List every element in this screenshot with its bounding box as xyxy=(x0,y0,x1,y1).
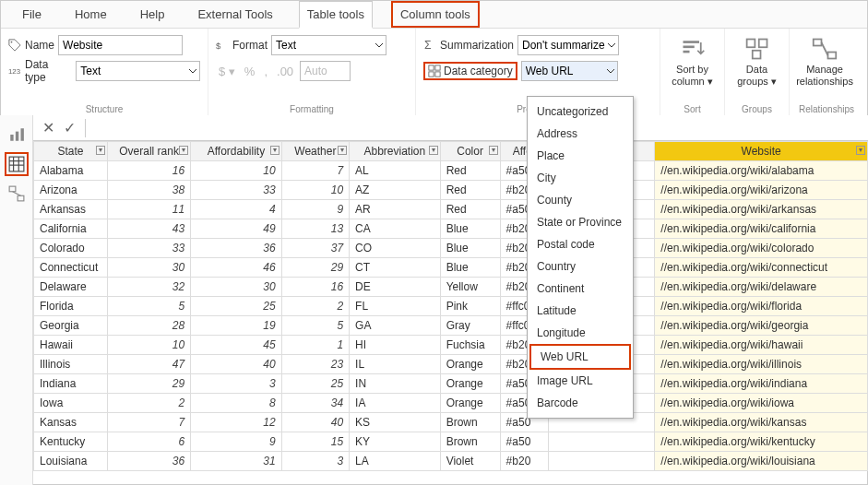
currency-button[interactable]: $ ▾ xyxy=(216,65,238,78)
data-category-dropdown[interactable]: UncategorizedAddressPlaceCityCountyState… xyxy=(527,96,634,419)
report-view-button[interactable] xyxy=(5,123,29,147)
table-row[interactable]: Arkansas1149ARRed#a50//en.wikipedia.org/… xyxy=(34,200,868,219)
filter-icon[interactable]: ▾ xyxy=(179,146,188,155)
dropdown-item[interactable]: Uncategorized xyxy=(528,101,633,123)
table-row[interactable]: Illinois474023ILOrange#b20//en.wikipedia… xyxy=(34,355,868,374)
commit-formula-button[interactable]: ✓ xyxy=(64,119,76,136)
table-row[interactable]: Georgia28195GAGray#ffc0//en.wikipedia.or… xyxy=(34,316,868,336)
filter-icon[interactable]: ▾ xyxy=(338,146,347,155)
data-view-button[interactable] xyxy=(5,152,29,176)
name-input[interactable] xyxy=(58,35,183,55)
table-row[interactable]: Delaware323016DEYellow#b20//en.wikipedia… xyxy=(34,278,868,297)
decimal-button[interactable]: .00 xyxy=(274,65,296,78)
format-icon: $ xyxy=(216,39,229,52)
svg-rect-14 xyxy=(814,40,822,46)
svg-rect-11 xyxy=(746,40,755,48)
column-header[interactable]: State▾ xyxy=(34,142,108,161)
datatype-select[interactable]: Text xyxy=(76,61,200,81)
cell: Brown xyxy=(440,432,500,452)
table-row[interactable]: Indiana29325INOrange#a50//en.wikipedia.o… xyxy=(34,374,868,394)
column-header[interactable]: Affordability▾ xyxy=(191,142,282,161)
column-header[interactable]: Weather▾ xyxy=(281,142,349,161)
percent-button[interactable]: % xyxy=(242,65,258,78)
cell: 9 xyxy=(191,432,282,452)
dropdown-item[interactable]: Image URL xyxy=(528,370,633,392)
table-row[interactable]: Colorado333637COBlue#b20//en.wikipedia.o… xyxy=(34,239,868,258)
table-row[interactable]: Iowa2834IAOrange#a50//en.wikipedia.org/w… xyxy=(34,394,868,413)
filter-icon[interactable]: ▾ xyxy=(429,146,438,155)
dropdown-item[interactable]: Postal code xyxy=(528,233,633,255)
table-row[interactable]: Kansas71240KSBrown#a50//en.wikipedia.org… xyxy=(34,413,868,432)
cell: AR xyxy=(350,200,441,219)
cell: //en.wikipedia.org/wiki/california xyxy=(655,219,868,239)
cell: 43 xyxy=(108,219,191,239)
cell: 9 xyxy=(281,200,349,219)
dropdown-item[interactable]: Longitude xyxy=(528,322,633,344)
cell: //en.wikipedia.org/wiki/arizona xyxy=(655,181,868,200)
filter-icon[interactable]: ▾ xyxy=(856,146,865,155)
cell: 36 xyxy=(191,239,282,258)
cell xyxy=(549,432,655,452)
sort-icon xyxy=(680,36,706,62)
filter-icon[interactable]: ▾ xyxy=(489,146,498,155)
summarization-select[interactable]: Don't summarize xyxy=(517,35,619,55)
cell: KY xyxy=(350,432,441,452)
tab-help[interactable]: Help xyxy=(133,1,172,28)
cell: Gray xyxy=(440,316,500,336)
dropdown-item[interactable]: Address xyxy=(528,123,633,145)
data-grid[interactable]: State▾Overall rank▾Affordability▾Weather… xyxy=(33,141,868,485)
cell: 3 xyxy=(191,374,282,394)
cell: //en.wikipedia.org/wiki/kentucky xyxy=(655,432,868,452)
dropdown-item[interactable]: State or Province xyxy=(528,211,633,233)
data-category-select[interactable]: Web URL xyxy=(521,61,618,81)
dropdown-item[interactable]: Place xyxy=(528,145,633,167)
cell: 12 xyxy=(191,413,282,432)
tab-table-tools[interactable]: Table tools xyxy=(299,1,373,29)
formula-input[interactable] xyxy=(85,119,868,137)
format-select[interactable]: Text xyxy=(271,35,386,55)
table-row[interactable]: Kentucky6915KYBrown#a50//en.wikipedia.or… xyxy=(34,432,868,452)
cell: Georgia xyxy=(34,316,108,336)
sort-by-column-button[interactable]: Sort bycolumn ▾ xyxy=(668,36,717,88)
column-header[interactable]: Overall rank▾ xyxy=(108,142,191,161)
column-header[interactable]: Website▾ xyxy=(655,142,868,161)
table-row[interactable]: Louisiana36313LAViolet#b20//en.wikipedia… xyxy=(34,452,868,471)
data-groups-button[interactable]: Datagroups ▾ xyxy=(732,36,781,88)
svg-rect-25 xyxy=(18,195,24,201)
cell: 4 xyxy=(191,200,282,219)
filter-icon[interactable]: ▾ xyxy=(96,146,105,155)
comma-button[interactable]: , xyxy=(261,65,270,78)
cell: 6 xyxy=(108,432,191,452)
tab-home[interactable]: Home xyxy=(67,1,114,28)
cell: 16 xyxy=(281,278,349,297)
dropdown-item[interactable]: Continent xyxy=(528,278,633,300)
table-row[interactable]: California434913CABlue#b20//en.wikipedia… xyxy=(34,219,868,239)
tab-external-tools[interactable]: External Tools xyxy=(190,1,279,28)
tab-file[interactable]: File xyxy=(15,1,49,28)
cell: Pink xyxy=(440,297,500,316)
dropdown-item[interactable]: County xyxy=(528,189,633,211)
cancel-formula-button[interactable]: ✕ xyxy=(42,119,54,136)
dropdown-item[interactable]: Web URL xyxy=(529,344,631,370)
cell: //en.wikipedia.org/wiki/illinois xyxy=(655,355,868,374)
cell: CO xyxy=(350,239,441,258)
group-structure: Name 123 Data type Text Structure xyxy=(1,29,208,115)
table-row[interactable]: Hawaii10451HIFuchsia#b20//en.wikipedia.o… xyxy=(34,336,868,355)
model-view-button[interactable] xyxy=(5,182,29,206)
tab-column-tools[interactable]: Column tools xyxy=(391,1,480,28)
cell: //en.wikipedia.org/wiki/iowa xyxy=(655,394,868,413)
table-row[interactable]: Connecticut304629CTBlue#b20//en.wikipedi… xyxy=(34,258,868,278)
table-row[interactable]: Arizona383310AZRed#b20//en.wikipedia.org… xyxy=(34,181,868,200)
dropdown-item[interactable]: Barcode xyxy=(528,392,633,414)
filter-icon[interactable]: ▾ xyxy=(270,146,279,155)
table-row[interactable]: Florida5252FLPink#ffc0//en.wikipedia.org… xyxy=(34,297,868,316)
dropdown-item[interactable]: Latitude xyxy=(528,300,633,322)
dropdown-item[interactable]: Country xyxy=(528,255,633,278)
manage-relationships-button[interactable]: Managerelationships xyxy=(797,36,852,88)
column-header[interactable]: Abbreviation▾ xyxy=(350,142,441,161)
column-header[interactable]: Color▾ xyxy=(440,142,500,161)
table-row[interactable]: Alabama16107ALRed#a50//en.wikipedia.org/… xyxy=(34,161,868,181)
svg-rect-8 xyxy=(683,41,699,43)
group-label-structure: Structure xyxy=(8,102,200,114)
dropdown-item[interactable]: City xyxy=(528,167,633,189)
